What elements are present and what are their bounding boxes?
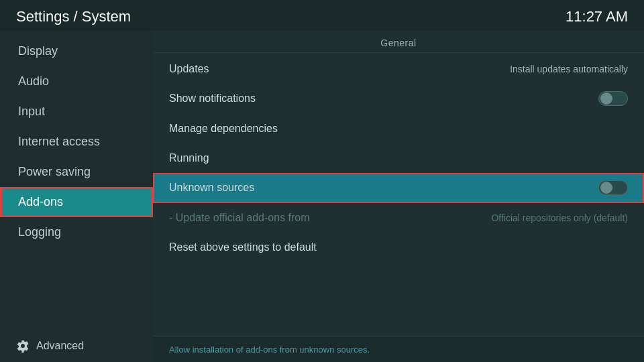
sidebar-item-input[interactable]: Input: [0, 97, 153, 127]
setting-label-manage-dependencies: Manage dependencies: [169, 123, 278, 135]
setting-value-update-official: Official repositories only (default): [491, 213, 628, 223]
sidebar-item-power-saving[interactable]: Power saving: [0, 157, 153, 187]
clock: 11:27 AM: [566, 8, 628, 25]
setting-row-manage-dependencies[interactable]: Manage dependencies: [153, 114, 644, 143]
content-inner: General Updates Install updates automati…: [153, 31, 644, 336]
setting-row-unknown-sources[interactable]: Unknown sources: [153, 173, 644, 203]
sidebar-item-internet-access[interactable]: Internet access: [0, 127, 153, 157]
toggle-show-notifications[interactable]: [598, 91, 628, 106]
footer-text: Allow installation of add-ons from unkno…: [169, 345, 370, 355]
content-area: General Updates Install updates automati…: [153, 31, 644, 362]
main-layout: Display Audio Input Internet access Powe…: [0, 31, 644, 362]
header: Settings / System 11:27 AM: [0, 0, 644, 31]
advanced-label: Advanced: [36, 340, 84, 352]
content-footer: Allow installation of add-ons from unkno…: [153, 336, 644, 362]
sidebar-item-add-ons[interactable]: Add-ons: [0, 187, 153, 217]
section-divider: [153, 52, 644, 53]
toggle-knob: [600, 93, 612, 105]
setting-value-updates: Install updates automatically: [510, 64, 628, 74]
page-title: Settings / System: [16, 8, 131, 25]
setting-label-reset: Reset above settings to default: [169, 241, 317, 253]
section-header: General: [153, 31, 644, 52]
setting-row-reset[interactable]: Reset above settings to default: [153, 233, 644, 262]
setting-label-unknown-sources: Unknown sources: [169, 182, 254, 194]
setting-label-running: Running: [169, 152, 209, 164]
setting-row-updates[interactable]: Updates Install updates automatically: [153, 54, 644, 84]
setting-row-update-official[interactable]: - Update official add-ons from Official …: [153, 203, 644, 233]
setting-row-show-notifications[interactable]: Show notifications: [153, 84, 644, 114]
advanced-button[interactable]: Advanced: [0, 330, 153, 362]
setting-label-update-official: - Update official add-ons from: [169, 212, 310, 224]
sidebar-spacer: [0, 247, 153, 330]
setting-label-show-notifications: Show notifications: [169, 93, 256, 105]
sidebar-item-audio[interactable]: Audio: [0, 66, 153, 97]
toggle-unknown-sources[interactable]: [598, 180, 628, 195]
sidebar: Display Audio Input Internet access Powe…: [0, 31, 153, 362]
sidebar-item-display[interactable]: Display: [0, 36, 153, 66]
setting-row-running[interactable]: Running: [153, 143, 644, 173]
gear-icon: [16, 339, 30, 353]
setting-label-updates: Updates: [169, 63, 209, 75]
toggle-knob-unknown: [600, 182, 612, 194]
sidebar-item-logging[interactable]: Logging: [0, 217, 153, 247]
